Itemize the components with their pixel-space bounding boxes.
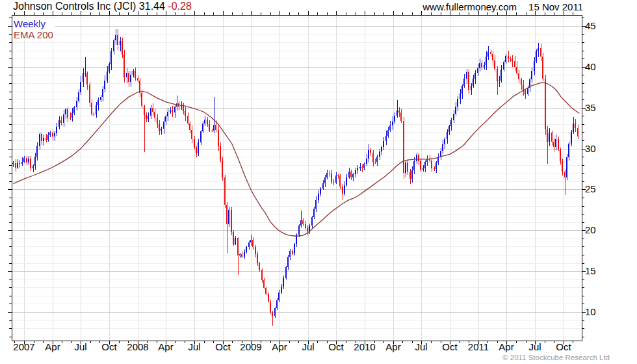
copyright-text: © 2011 Stockcube Research Ltd [0, 354, 610, 361]
svg-text:Apr: Apr [45, 341, 60, 352]
svg-text:25: 25 [585, 183, 596, 194]
svg-text:2009: 2009 [240, 341, 261, 352]
svg-text:35: 35 [585, 102, 596, 113]
svg-text:Oct: Oct [442, 341, 458, 352]
svg-text:30: 30 [585, 143, 596, 154]
svg-text:2010: 2010 [354, 341, 375, 352]
svg-text:Apr: Apr [158, 341, 173, 352]
svg-text:2008: 2008 [127, 341, 148, 352]
svg-text:2011: 2011 [468, 341, 489, 352]
svg-text:Jul: Jul [188, 341, 200, 352]
legend-timeframe: Weekly [14, 18, 55, 29]
svg-text:2007: 2007 [13, 341, 34, 352]
svg-text:40: 40 [585, 61, 596, 72]
svg-text:20: 20 [585, 224, 596, 235]
legend-indicator: EMA 200 [14, 29, 55, 40]
svg-text:Jul: Jul [528, 341, 541, 352]
candlestick-chart: 10152025303540452007AprJulOct2008AprJulO… [0, 0, 637, 364]
svg-text:15: 15 [585, 265, 596, 276]
svg-text:Jul: Jul [415, 341, 427, 352]
chart-window: Johnson Controls Inc (JCI) 31.44 -0.28 w… [0, 0, 637, 364]
svg-text:Oct: Oct [215, 341, 231, 352]
svg-text:Apr: Apr [499, 341, 514, 352]
svg-text:Jul: Jul [302, 341, 314, 352]
svg-text:Jul: Jul [74, 341, 86, 352]
chart-legend: Weekly EMA 200 [14, 18, 55, 40]
svg-text:Apr: Apr [272, 341, 287, 352]
svg-text:Oct: Oct [101, 341, 117, 352]
svg-text:Oct: Oct [556, 341, 571, 352]
svg-text:Oct: Oct [328, 341, 344, 352]
svg-text:Apr: Apr [385, 341, 400, 352]
svg-text:10: 10 [585, 306, 596, 317]
svg-text:45: 45 [585, 20, 596, 31]
